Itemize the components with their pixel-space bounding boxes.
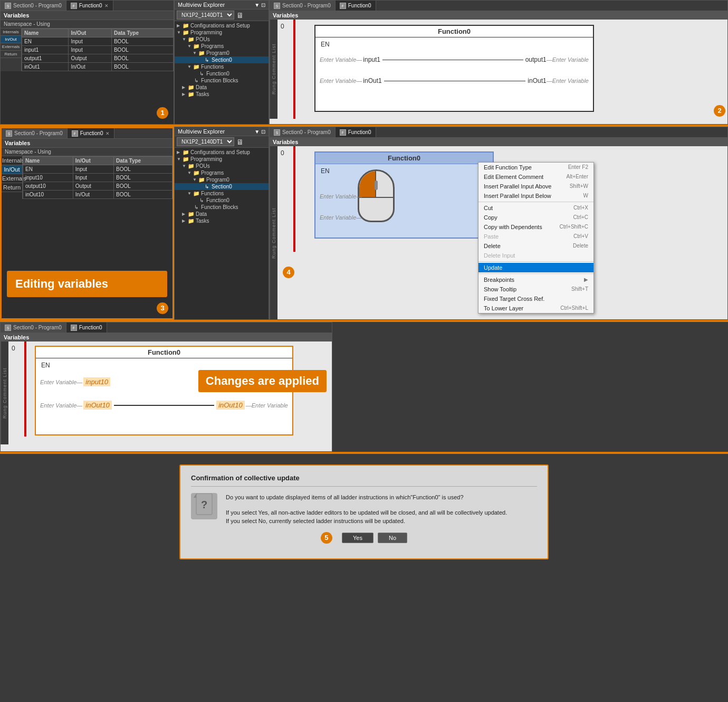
explorer-title-bar: Multiview Explorer ▼ ⊡ (175, 1, 269, 10)
dialog-no-button[interactable]: No (378, 533, 407, 543)
row2-tree-programs[interactable]: ▼ 📁 Programs (175, 169, 269, 176)
tree-item-pous[interactable]: ▼ 📁 POUs (175, 36, 269, 43)
tree-item-section0[interactable]: ↳ Section0 (175, 56, 269, 63)
row2-device-select[interactable]: NX1P2_1140DT1 (177, 137, 234, 146)
row2-tree-functions[interactable]: ▼ 📁 Functions (175, 190, 269, 197)
col-name: Name (22, 29, 69, 37)
dialog-text-area: Do you want to update displayed items of… (226, 493, 507, 526)
row3-ladder: S Section0 - Program0 F Function0 Variab… (0, 322, 332, 452)
function-box-1: Function0 EN Enter Variable— input1 outp… (314, 25, 594, 112)
row3-rung-comment: Rung Comment List (1, 341, 8, 444)
ctx-sep-3 (478, 273, 593, 274)
dialog-body2: If you select Yes, all non-active ladder… (226, 508, 507, 517)
row1-right-tab-function0[interactable]: F Function0 (336, 1, 376, 11)
row2-explorer: Multiview Explorer ▼ ⊡ NX1P2_1140DT1 🖥 ▶… (174, 127, 269, 320)
badge-3: 3 (157, 302, 168, 314)
tree-item-fblocks[interactable]: ↳ Function Blocks (175, 77, 269, 84)
ctx-insert-parallel-below[interactable]: Insert Parallel Input Below W (478, 191, 593, 201)
dialog-row: Confirmation of collective update ? Do y… (0, 454, 728, 570)
ctx-show-tooltip[interactable]: Show Tooltip Shift+T (478, 284, 593, 294)
ctx-lower-layer[interactable]: To Lower Layer Ctrl+Shift+L (478, 303, 593, 313)
row2-tree-function0[interactable]: ↳ Function0 (175, 197, 269, 204)
tree-item-config[interactable]: ▶ 📁 Configurations and Setup (175, 22, 269, 29)
sidebar-inout[interactable]: In/Out (1, 36, 21, 43)
close-tab-icon-2[interactable]: ✕ (106, 131, 110, 136)
ctx-edit-element-comment[interactable]: Edit Element Comment Alt+Enter (478, 172, 593, 182)
sidebar-internals[interactable]: Internals (1, 29, 21, 36)
tree-item-programming[interactable]: ▼ 📁 Programming (175, 29, 269, 36)
row2-tree-fblocks[interactable]: ↳ Function Blocks (175, 204, 269, 211)
row1-right-tab-section0[interactable]: S Section0 - Program0 (270, 1, 336, 11)
row2-right-tab-function0[interactable]: F Function0 (336, 127, 376, 137)
tree-item-program0[interactable]: ▼ 📁 Program0 (175, 50, 269, 56)
row2-sidebar-return[interactable]: Return (2, 183, 22, 192)
ctx-fixed-target[interactable]: Fixed Target Cross Ref. (478, 294, 593, 303)
row2-tab-function0[interactable]: F Function0 ✕ (68, 128, 114, 138)
tree-item-tasks[interactable]: ▶ 📁 Tasks (175, 91, 269, 98)
row2-tree-pous[interactable]: ▼ 📁 POUs (175, 163, 269, 169)
badge-5: 5 (321, 532, 332, 544)
row2-tree-programming[interactable]: ▼ 📁 Programming (175, 156, 269, 163)
en-pin: EN (321, 41, 330, 48)
inout10-value-right: inOut10 (216, 401, 245, 410)
row2-device-icon: 🖥 (236, 138, 244, 146)
row2-tree-data[interactable]: ▶ 📁 Data (175, 211, 269, 217)
row2-right-tab-section0[interactable]: S Section0 - Program0 (270, 127, 336, 137)
row1-diagram-vars: Variables (270, 11, 727, 20)
tree-item-function0[interactable]: ↳ Function0 (175, 70, 269, 77)
editing-variables-annotation: Editing variables (7, 271, 167, 297)
row1-tab-function0[interactable]: F Function0 ✕ (66, 1, 113, 11)
row1-tab-section0[interactable]: S Section0 - Program0 (1, 1, 66, 11)
row3-zero: 0 (12, 345, 15, 352)
dialog-yes-button[interactable]: Yes (342, 533, 373, 543)
ctx-update[interactable]: Update (478, 263, 593, 272)
sidebar-return[interactable]: Return (1, 51, 21, 58)
row2-tree-program0[interactable]: ▼ 📁 Program0 (175, 176, 269, 183)
inout10-value-left: inOut10 (83, 401, 112, 410)
changes-applied-annotation: Changes are applied (198, 370, 327, 392)
context-menu[interactable]: Edit Function Type Enter F2 Edit Element… (478, 162, 594, 314)
tree-item-data[interactable]: ▶ 📁 Data (175, 84, 269, 91)
section-icon2: S (274, 3, 280, 9)
row2-tab-section0[interactable]: S Section0 - Program0 (2, 128, 68, 138)
row1: S Section0 - Program0 F Function0 ✕ Vari… (0, 0, 728, 127)
row2-sidebar-internals[interactable]: Internals (2, 156, 22, 165)
namespace-bar: Namespace - Using (1, 20, 174, 29)
device-select[interactable]: NX1P2_1140DT1 (177, 11, 234, 20)
ctx-insert-parallel-above[interactable]: Insert Parallel Input Above Shift+W (478, 182, 593, 191)
ctx-breakpoints[interactable]: Breakpoints ▶ (478, 275, 593, 284)
row2-rung-comment: Rung Comment List (270, 146, 277, 320)
row3-tab-section0[interactable]: S Section0 - Program0 (1, 322, 66, 333)
section-icon: S (5, 3, 11, 9)
close-tab-icon[interactable]: ✕ (104, 3, 109, 8)
ctx-delete-input: Delete Input (478, 251, 593, 260)
ctx-edit-function-type[interactable]: Edit Function Type Enter F2 (478, 163, 593, 172)
row3-tab-function0[interactable]: F Function0 (66, 322, 107, 333)
ctx-sep-1 (478, 202, 593, 202)
row2-tree-tasks[interactable]: ▶ 📁 Tasks (175, 217, 269, 224)
ctx-copy[interactable]: Copy Ctrl+C (478, 213, 593, 222)
dialog-title: Confirmation of collective update (191, 474, 537, 487)
svg-text:?: ? (201, 499, 207, 510)
row2-sidebar-externals[interactable]: Externals (2, 174, 22, 183)
sidebar-externals[interactable]: Externals (1, 43, 21, 51)
row2-explorer-title: Multiview Explorer ▼ ⊡ (175, 127, 269, 136)
row2-explorer-controls: ▼ ⊡ (254, 129, 265, 135)
ctx-cut[interactable]: Cut Ctrl+X (478, 203, 593, 213)
row3-function-title: Function0 (36, 347, 292, 358)
row2-sidebar-inout[interactable]: In/Out (2, 165, 22, 174)
ctx-copy-dependents[interactable]: Copy with Dependents Ctrl+Shift+C (478, 222, 593, 232)
row1-right-tab-bar: S Section0 - Program0 F Function0 (270, 1, 727, 11)
ctx-delete[interactable]: Delete Delete (478, 241, 593, 251)
row2-inout1-row: Enter Variable— (315, 214, 493, 221)
tree-item-functions[interactable]: ▼ 📁 Functions (175, 63, 269, 70)
dialog-box: Confirmation of collective update ? Do y… (179, 464, 549, 559)
table-row: inOut1 In/Out BOOL (22, 63, 174, 71)
row2-en-pin: EN (321, 167, 330, 175)
row1-left-panel: S Section0 - Program0 F Function0 ✕ Vari… (0, 0, 174, 125)
explorer-title: Multiview Explorer (178, 2, 225, 8)
row2-tree-config[interactable]: ▶ 📁 Configurations and Setup (175, 149, 269, 156)
row2-tree-section0[interactable]: ↳ Section0 (175, 183, 269, 190)
dialog-body: ? Do you want to update displayed items … (191, 493, 537, 526)
tree-item-programs[interactable]: ▼ 📁 Programs (175, 43, 269, 50)
